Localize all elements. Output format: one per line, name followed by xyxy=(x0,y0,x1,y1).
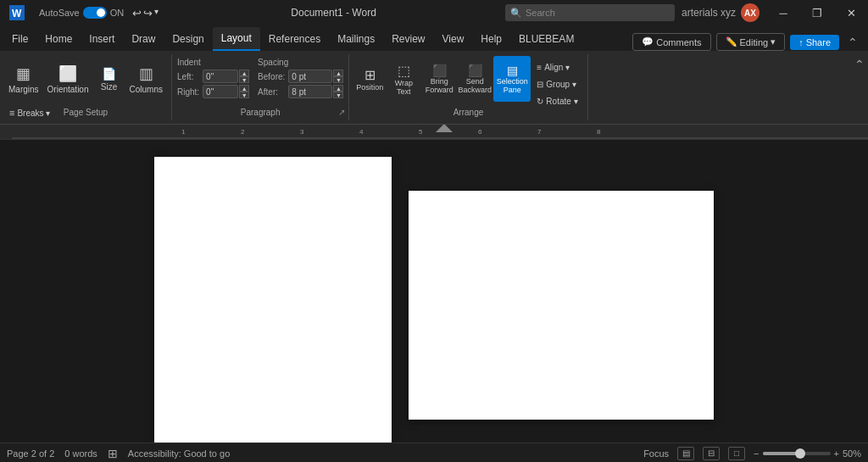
autosave-toggle[interactable] xyxy=(83,7,107,19)
rotate-icon: ↻ xyxy=(537,97,543,106)
spacing-before-label: Before: xyxy=(258,72,285,81)
autosave-on: ON xyxy=(110,8,125,18)
size-label: Size xyxy=(101,82,117,92)
indent-right-down[interactable]: ▼ xyxy=(239,92,249,98)
share-button[interactable]: ↑ Share xyxy=(790,35,839,50)
margins-button[interactable]: ▦ Margins xyxy=(5,54,42,103)
view-read-button[interactable]: □ xyxy=(728,447,745,460)
send-backward-button[interactable]: ⬛ SendBackward xyxy=(458,56,492,102)
align-label: Align ▾ xyxy=(544,63,570,72)
indent-left-up[interactable]: ▲ xyxy=(239,70,249,76)
group-label: Group ▾ xyxy=(546,80,576,89)
view-web-button[interactable]: ⊟ xyxy=(703,447,720,460)
group-button[interactable]: ⊟ Group ▾ xyxy=(532,76,581,92)
document-title: Document1 - Word xyxy=(162,7,505,19)
ribbon-tab-help[interactable]: Help xyxy=(472,27,510,51)
paragraph-group-label: Paragraph xyxy=(172,108,348,117)
column-info: ⊞ xyxy=(108,447,118,460)
ribbon-tab-mailings[interactable]: Mailings xyxy=(329,27,383,51)
spacing-after-spinner[interactable]: ▲ ▼ xyxy=(333,85,343,98)
view-print-button[interactable]: ▤ xyxy=(677,447,694,460)
spacing-after-wrap: ▲ ▼ xyxy=(288,85,343,98)
search-bar[interactable]: 🔍 Search xyxy=(505,4,675,21)
ribbon-tab-layout[interactable]: Layout xyxy=(213,27,260,51)
close-button[interactable]: ✕ xyxy=(834,0,868,25)
rotate-label: Rotate ▾ xyxy=(546,97,577,106)
spacing-after-up[interactable]: ▲ xyxy=(333,85,343,92)
editing-icon: ✏️ xyxy=(726,36,737,47)
arrange-group: ⊞ Position ⬚ WrapText ⬛ BringForward ⬛ S… xyxy=(349,54,587,120)
zoom-in-button[interactable]: + xyxy=(834,448,839,459)
spacing-before-up[interactable]: ▲ xyxy=(333,70,343,76)
window-controls: ─ ❐ ✕ xyxy=(766,0,868,25)
size-button[interactable]: 📄 Size xyxy=(94,54,125,103)
indent-section: Indent Left: ▲ ▼ Right: xyxy=(177,58,249,98)
columns-label: Columns xyxy=(130,85,163,94)
zoom-out-button[interactable]: − xyxy=(754,448,759,459)
ribbon-tab-references[interactable]: References xyxy=(260,27,329,51)
indent-left-down[interactable]: ▼ xyxy=(239,76,249,83)
comments-button[interactable]: 💬 Comments xyxy=(632,33,710,51)
wrap-text-button[interactable]: ⬚ WrapText xyxy=(387,56,420,102)
restore-button[interactable]: ❐ xyxy=(800,0,834,25)
ribbon-tab-file[interactable]: File xyxy=(3,27,36,51)
rotate-button[interactable]: ↻ Rotate ▾ xyxy=(532,93,581,109)
status-bar: Page 2 of 2 0 words ⊞ Accessibility: Goo… xyxy=(0,443,868,462)
spacing-after-label: After: xyxy=(258,87,285,97)
indent-right-spinner[interactable]: ▲ ▼ xyxy=(239,85,249,98)
indent-left-label: Left: xyxy=(177,72,199,81)
zoom-slider[interactable] xyxy=(763,452,831,455)
spacing-before-input[interactable] xyxy=(288,70,332,83)
align-button[interactable]: ≡ Align ▾ xyxy=(532,59,581,75)
ribbon-tab-bluebeam[interactable]: BLUEBEAM xyxy=(510,27,582,51)
spacing-after-down[interactable]: ▼ xyxy=(333,92,343,98)
collapse-ribbon-button[interactable]: ⌃ xyxy=(844,36,861,49)
ribbon-tab-draw[interactable]: Draw xyxy=(123,27,164,51)
svg-text:2: 2 xyxy=(241,128,245,136)
selection-pane-icon: ▤ xyxy=(507,64,518,77)
minimize-button[interactable]: ─ xyxy=(766,0,800,25)
bring-forward-button[interactable]: ⬛ BringForward xyxy=(422,56,456,102)
ribbon-tab-view[interactable]: View xyxy=(434,27,473,51)
svg-text:W: W xyxy=(12,8,22,19)
indent-right-input[interactable] xyxy=(203,85,238,98)
more-button[interactable]: ▾ xyxy=(154,7,159,19)
undo-button[interactable]: ↩ xyxy=(132,7,142,19)
indent-left-input-wrap: ▲ ▼ xyxy=(203,70,249,83)
spacing-after-input[interactable] xyxy=(288,85,332,98)
margins-icon: ▦ xyxy=(16,64,31,83)
wrap-text-icon: ⬚ xyxy=(398,63,410,79)
size-icon: 📄 xyxy=(102,67,116,81)
margins-label: Margins xyxy=(8,85,39,94)
orientation-button[interactable]: ⬜ Orientation xyxy=(44,54,92,103)
editing-button[interactable]: ✏️ Editing ▾ xyxy=(716,33,786,51)
ribbon-expand-button[interactable]: ⌃ xyxy=(854,58,865,71)
position-button[interactable]: ⊞ Position xyxy=(354,56,385,102)
page-setup-group: ▦ Margins ⬜ Orientation 📄 Size ▥ Columns xyxy=(0,54,172,120)
wrap-text-label: WrapText xyxy=(395,79,413,96)
selection-pane-button[interactable]: ▤ SelectionPane xyxy=(493,56,531,102)
ribbon-tab-review[interactable]: Review xyxy=(383,27,433,51)
indent-left-input[interactable] xyxy=(203,70,238,83)
document-area[interactable] xyxy=(0,140,868,443)
svg-marker-11 xyxy=(436,125,453,132)
ribbon-tab-design[interactable]: Design xyxy=(164,27,212,51)
ribbon: FileHomeInsertDrawDesignLayoutReferences… xyxy=(0,25,868,125)
columns-button[interactable]: ▥ Columns xyxy=(126,54,166,103)
indent-right-up[interactable]: ▲ xyxy=(239,85,249,92)
page-setup-buttons: ▦ Margins ⬜ Orientation 📄 Size ▥ Columns xyxy=(5,54,166,103)
spacing-before-down[interactable]: ▼ xyxy=(333,76,343,83)
orientation-icon: ⬜ xyxy=(58,64,77,83)
spacing-before-wrap: ▲ ▼ xyxy=(288,70,343,83)
app-icon: W xyxy=(0,0,34,25)
paragraph-expand-button[interactable]: ↗ xyxy=(338,108,345,117)
position-icon: ⊞ xyxy=(364,67,376,83)
ribbon-tab-insert[interactable]: Insert xyxy=(81,27,123,51)
zoom-level: 50% xyxy=(843,448,861,459)
redo-button[interactable]: ↪ xyxy=(143,7,153,19)
paragraph-group: Indent Left: ▲ ▼ Right: xyxy=(172,54,349,120)
spacing-before-spinner[interactable]: ▲ ▼ xyxy=(333,70,343,83)
indent-left-spinner[interactable]: ▲ ▼ xyxy=(239,70,249,83)
focus-label[interactable]: Focus xyxy=(643,448,669,459)
ribbon-tab-home[interactable]: Home xyxy=(36,27,81,51)
